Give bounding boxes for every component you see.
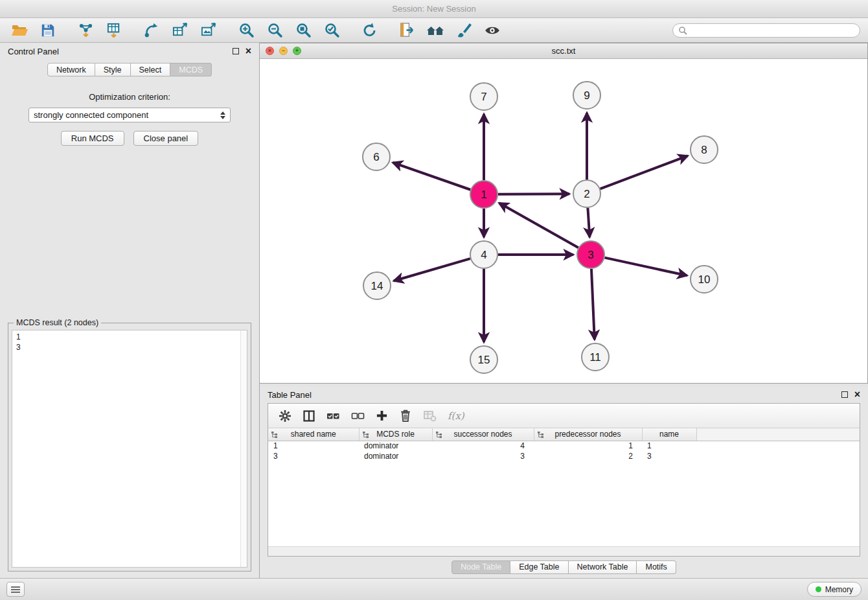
export-image-button[interactable] (197, 20, 220, 41)
mcds-result-title: MCDS result (2 nodes) (14, 318, 101, 327)
tab-node-table[interactable]: Node Table (451, 560, 510, 574)
deselect-all-button[interactable] (351, 410, 365, 422)
table-cell[interactable]: 3 (268, 451, 359, 461)
add-row-button[interactable] (376, 410, 388, 422)
table-cell[interactable] (696, 441, 860, 451)
optimization-dropdown[interactable]: strongly connected component (29, 108, 231, 122)
tab-style[interactable]: Style (95, 63, 131, 76)
window-titlebar[interactable]: Session: New Session (0, 0, 868, 18)
new-network-button[interactable] (140, 20, 163, 41)
column-header[interactable]: MCDS role (359, 428, 432, 441)
graph-node[interactable]: 2 (573, 180, 600, 207)
refresh-button[interactable] (358, 20, 381, 41)
float-panel-icon[interactable] (233, 48, 239, 54)
close-window-icon[interactable]: × (266, 47, 274, 55)
mcds-result-list[interactable]: 1 3 (12, 330, 247, 568)
network-canvas[interactable]: 7968124314101511 (260, 59, 867, 383)
delete-row-button[interactable] (399, 409, 412, 422)
graph-edge[interactable] (394, 259, 470, 281)
zoom-in-button[interactable] (234, 20, 258, 41)
refresh-group (358, 20, 381, 41)
search-input[interactable] (691, 26, 854, 35)
view-tools-group (395, 20, 504, 41)
graph-edge[interactable] (499, 203, 578, 248)
zoom-out-button[interactable] (263, 20, 286, 41)
table-cell[interactable]: 3 (642, 451, 696, 461)
show-columns-button[interactable] (303, 410, 315, 422)
zoom-selected-icon (324, 22, 340, 38)
network-graph[interactable]: 7968124314101511 (260, 59, 867, 383)
select-all-button[interactable] (326, 410, 340, 422)
graph-edge[interactable] (604, 258, 687, 276)
mcds-result-group: MCDS result (2 nodes) 1 3 (8, 323, 251, 571)
memory-button[interactable]: Memory (807, 582, 862, 597)
zoom-out-icon (267, 22, 283, 38)
graph-node[interactable]: 4 (470, 241, 497, 268)
table-cell[interactable]: 1 (268, 441, 359, 451)
float-table-panel-icon[interactable] (841, 391, 848, 398)
table-cell[interactable] (696, 451, 860, 461)
table-cell[interactable]: 2 (534, 451, 642, 461)
tab-select[interactable]: Select (131, 63, 171, 76)
table-settings-button[interactable] (279, 410, 291, 422)
close-table-panel-icon[interactable]: × (854, 389, 860, 400)
table-cell[interactable]: dominator (359, 451, 432, 461)
close-panel-button[interactable]: Close panel (133, 131, 199, 146)
run-mcds-button[interactable]: Run MCDS (61, 131, 124, 146)
zoom-fit-button[interactable] (291, 20, 315, 41)
import-network-icon (78, 22, 94, 38)
graph-edge[interactable] (498, 194, 569, 194)
table-row[interactable]: 3dominator323 (268, 451, 860, 461)
deselect-all-icon (351, 410, 365, 422)
column-header[interactable]: name (642, 428, 696, 441)
graph-edge[interactable] (588, 208, 589, 237)
first-neighbors-button[interactable] (424, 20, 447, 41)
table-cell[interactable]: dominator (359, 441, 432, 451)
table-cell[interactable]: 4 (432, 441, 534, 451)
graph-node[interactable]: 6 (363, 143, 390, 170)
task-history-button[interactable] (6, 582, 25, 597)
tab-network-table[interactable]: Network Table (569, 560, 637, 574)
style-brush-button[interactable] (452, 20, 475, 41)
column-header[interactable]: predecessor nodes (534, 428, 642, 441)
import-network-button[interactable] (74, 20, 97, 41)
graph-node[interactable]: 14 (363, 272, 391, 299)
table-cell[interactable]: 1 (642, 441, 696, 451)
import-table-button[interactable] (102, 20, 126, 41)
tab-mcds[interactable]: MCDS (170, 63, 212, 76)
table-row[interactable]: 1dominator411 (268, 441, 860, 451)
graph-node[interactable]: 11 (582, 343, 609, 371)
graph-node[interactable]: 10 (691, 266, 718, 293)
network-window-titlebar[interactable]: × − + scc.txt (260, 43, 867, 59)
graph-node[interactable]: 9 (573, 82, 600, 109)
graph-node[interactable]: 8 (691, 136, 718, 163)
graph-node[interactable]: 15 (470, 346, 497, 373)
zoom-selected-button[interactable] (320, 20, 343, 41)
graph-node-label: 7 (481, 91, 486, 103)
column-header[interactable]: successor nodes (432, 428, 534, 441)
zoom-window-icon[interactable]: + (293, 47, 301, 55)
graph-node[interactable]: 1 (470, 181, 497, 208)
open-session-button[interactable] (8, 20, 31, 41)
tab-motifs[interactable]: Motifs (637, 560, 676, 574)
export-network-button[interactable] (395, 20, 418, 41)
graph-node[interactable]: 7 (470, 83, 497, 110)
show-graphics-button[interactable] (481, 20, 504, 41)
export-table-button[interactable] (168, 20, 192, 41)
table-cell[interactable]: 3 (432, 451, 534, 461)
tab-edge-table[interactable]: Edge Table (510, 560, 568, 574)
table-cell[interactable]: 1 (534, 441, 642, 451)
table-header-row: shared name MCDS role successor nodes (268, 428, 860, 441)
result-scrollbar[interactable] (240, 330, 247, 567)
column-header[interactable]: shared name (268, 428, 359, 441)
graph-edge[interactable] (591, 269, 595, 340)
graph-node[interactable]: 3 (577, 241, 604, 268)
minimize-window-icon[interactable]: − (279, 47, 288, 55)
search-field[interactable] (672, 23, 860, 38)
graph-edge[interactable] (600, 156, 688, 189)
graph-edge[interactable] (393, 163, 470, 190)
close-panel-icon[interactable]: × (246, 46, 251, 56)
table-horizontal-scrollbar[interactable] (268, 546, 860, 556)
tab-network[interactable]: Network (47, 63, 95, 76)
save-session-button[interactable] (36, 20, 60, 41)
